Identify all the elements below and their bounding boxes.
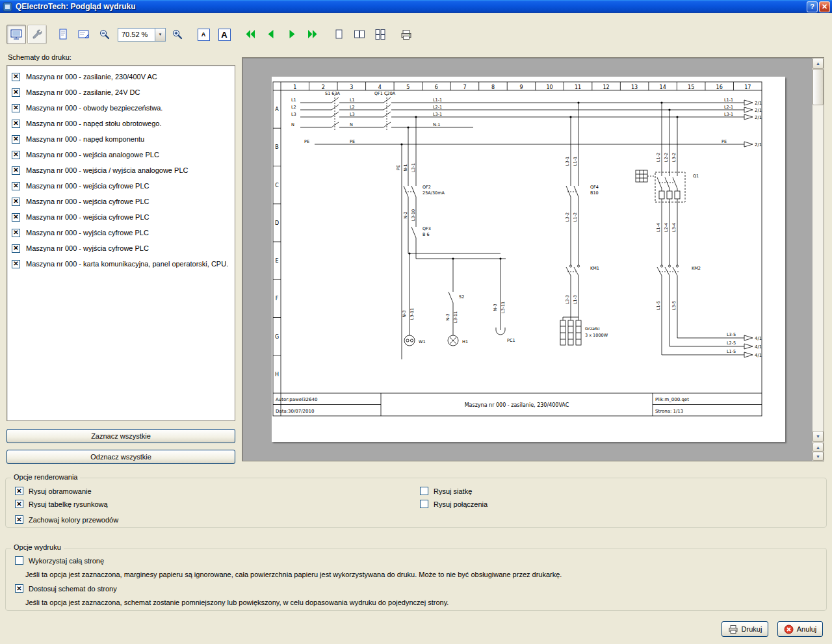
checkbox-box[interactable] xyxy=(15,500,23,508)
select-all-button[interactable]: Zaznacz wszystkie xyxy=(6,429,235,443)
list-item[interactable]: Maszyna nr 000 - wyjścia cyfrowe PLC xyxy=(7,225,235,240)
svg-text:6: 6 xyxy=(435,84,438,90)
list-item[interactable]: Maszyna nr 000 - wejścia cyfrowe PLC xyxy=(7,209,235,225)
list-item[interactable]: Maszyna nr 000 - napęd komponentu xyxy=(7,131,235,147)
previous-page-icon xyxy=(265,28,278,41)
svg-text:L3-11: L3-11 xyxy=(410,308,415,320)
print-options-title: Opcje wydruku xyxy=(11,543,64,551)
cancel-button[interactable]: Anuluj xyxy=(777,621,823,637)
titlebar[interactable]: QElectroTech: Podgląd wydruku ? ✕ xyxy=(0,0,832,13)
help-button[interactable]: ? xyxy=(807,1,818,12)
item-label: Maszyna nr 000 - wejścia analogowe PLC xyxy=(26,151,159,159)
previous-page-button[interactable] xyxy=(261,25,281,44)
svg-text:N-1: N-1 xyxy=(433,122,440,127)
checkbox-box[interactable] xyxy=(420,500,428,508)
svg-text:L2-1: L2-1 xyxy=(433,105,442,110)
font-larger-button[interactable]: A xyxy=(214,25,234,44)
printer-icon xyxy=(400,28,413,41)
item-checkbox[interactable] xyxy=(12,120,20,128)
svg-text:H1: H1 xyxy=(462,339,468,344)
last-page-button[interactable] xyxy=(303,25,322,44)
checkbox-draw-grid[interactable]: Rysuj siatkę xyxy=(420,487,472,495)
next-page-button[interactable] xyxy=(282,25,302,44)
scroll-up-button-2[interactable]: ▲ xyxy=(812,443,824,452)
svg-text:QF4: QF4 xyxy=(590,185,599,190)
schematics-list[interactable]: Maszyna nr 000 - zasilanie, 230/400V AC … xyxy=(6,65,235,421)
deselect-all-button[interactable]: Odznacz wszystkie xyxy=(6,450,235,464)
facing-pages-view-button[interactable] xyxy=(350,25,369,44)
checkbox-draw-titleblock[interactable]: Rysuj tabelkę rysunkową xyxy=(15,500,108,508)
svg-text:Q1: Q1 xyxy=(693,174,699,179)
checkbox-label: Rysuj tabelkę rysunkową xyxy=(29,500,108,508)
svg-text:N-3: N-3 xyxy=(445,313,450,320)
svg-text:2: 2 xyxy=(322,84,325,90)
first-page-button[interactable] xyxy=(240,25,260,44)
scroll-up-button[interactable]: ▲ xyxy=(812,58,824,69)
item-checkbox[interactable] xyxy=(12,229,20,237)
scrollbar-thumb[interactable] xyxy=(812,69,824,105)
svg-text:L1-1: L1-1 xyxy=(433,97,442,103)
list-item[interactable]: Maszyna nr 000 - wejścia analogowe PLC xyxy=(7,147,235,162)
preview-area[interactable]: 1234567891011121314151617ABCDEFGHL1L2L3N… xyxy=(242,57,824,461)
svg-text:17: 17 xyxy=(744,84,751,90)
combo-dropdown-button[interactable]: ▼ xyxy=(155,29,165,41)
item-checkbox[interactable] xyxy=(12,135,20,144)
item-checkbox[interactable] xyxy=(12,88,20,97)
scroll-down-button-2[interactable]: ▼ xyxy=(812,452,824,461)
checkbox-box[interactable] xyxy=(15,487,23,495)
svg-text:Plik:m_000.qet: Plik:m_000.qet xyxy=(655,397,689,402)
checkbox-box[interactable] xyxy=(15,556,23,565)
checkbox-draw-terminals[interactable]: Rysuj połączenia xyxy=(420,500,488,508)
display-mode-button[interactable] xyxy=(6,25,26,44)
checkbox-label: Wykorzystaj całą stronę xyxy=(29,557,104,565)
checkbox-box[interactable] xyxy=(15,584,23,593)
item-checkbox[interactable] xyxy=(12,244,20,253)
vertical-scrollbar[interactable]: ▲ ▼ ▲ ▼ xyxy=(812,58,824,461)
item-checkbox[interactable] xyxy=(12,104,20,112)
item-label: Maszyna nr 000 - wejścia / wyjścia analo… xyxy=(26,166,188,174)
overview-pages-view-button[interactable] xyxy=(370,25,390,44)
item-checkbox[interactable] xyxy=(12,166,20,175)
printer-icon xyxy=(728,624,738,634)
single-page-view-button[interactable] xyxy=(329,25,348,44)
checkbox-use-full-page[interactable]: Wykorzystaj całą stronę xyxy=(15,556,104,565)
font-smaller-button[interactable]: A xyxy=(194,25,213,44)
print-button[interactable]: Drukuj xyxy=(722,621,768,637)
print-button-toolbar[interactable] xyxy=(396,25,416,44)
list-item[interactable]: Maszyna nr 000 - zasilanie, 230/400V AC xyxy=(7,69,235,84)
item-checkbox[interactable] xyxy=(12,260,20,268)
svg-text:L1: L1 xyxy=(350,97,355,103)
render-options-title: Opcje renderowania xyxy=(11,473,80,481)
zoom-out-button[interactable] xyxy=(95,25,114,44)
print-options-button[interactable] xyxy=(27,25,47,44)
list-item[interactable]: Maszyna nr 000 - wejścia cyfrowe PLC xyxy=(7,194,235,209)
scroll-down-button[interactable]: ▼ xyxy=(812,431,824,442)
list-item[interactable]: Maszyna nr 000 - wejścia cyfrowe PLC xyxy=(7,178,235,194)
list-item[interactable]: Maszyna nr 000 - wyjścia cyfrowe PLC xyxy=(7,240,235,256)
landscape-button[interactable] xyxy=(74,25,94,44)
checkbox-keep-wire-colors[interactable]: Zachowaj kolory przewodów xyxy=(15,515,118,524)
list-item[interactable]: Maszyna nr 000 - zasilanie, 24V DC xyxy=(7,84,235,100)
list-item[interactable]: Maszyna nr 000 - obwody bezpieczeństwa. xyxy=(7,100,235,116)
svg-text:L1-2: L1-2 xyxy=(573,213,578,222)
item-checkbox[interactable] xyxy=(12,198,20,206)
zoom-in-button[interactable] xyxy=(168,25,187,44)
checkbox-draw-border[interactable]: Rysuj obramowanie xyxy=(15,487,92,495)
checkbox-box[interactable] xyxy=(420,487,428,495)
list-item[interactable]: Maszyna nr 000 - wejścia / wyjścia analo… xyxy=(7,162,235,178)
item-checkbox[interactable] xyxy=(12,213,20,222)
svg-text:L2-1: L2-1 xyxy=(724,105,733,110)
checkbox-box[interactable] xyxy=(15,515,23,524)
list-item[interactable]: Maszyna nr 000 - napęd stołu obrotowego. xyxy=(7,116,235,131)
item-checkbox[interactable] xyxy=(12,151,20,159)
svg-text:3 x 1000W: 3 x 1000W xyxy=(585,333,608,338)
checkbox-label: Rysuj połączenia xyxy=(434,500,488,508)
zoom-combobox[interactable]: 70.52 % ▼ xyxy=(118,28,166,42)
item-checkbox[interactable] xyxy=(12,182,20,190)
close-button[interactable]: ✕ xyxy=(819,1,830,12)
portrait-button[interactable] xyxy=(53,25,73,44)
list-item[interactable]: Maszyna nr 000 - karta komunikacyjna, pa… xyxy=(7,256,235,272)
svg-text:G: G xyxy=(275,334,279,340)
checkbox-fit-to-page[interactable]: Dostosuj schemat do strony xyxy=(15,584,117,593)
item-checkbox[interactable] xyxy=(12,73,20,81)
